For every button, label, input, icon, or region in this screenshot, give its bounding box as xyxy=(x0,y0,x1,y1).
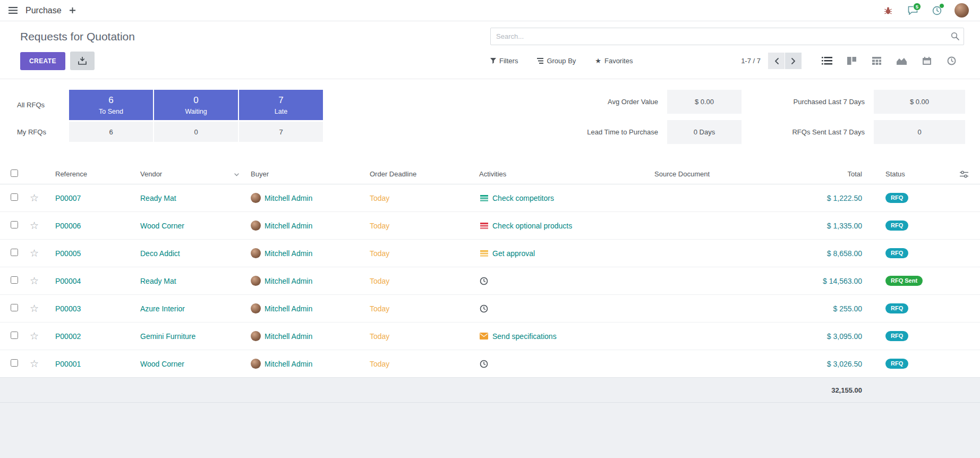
vendor-link[interactable]: Gemini Furniture xyxy=(140,332,195,341)
table-row[interactable]: ☆ P00007 Ready Mat Mitchell Admin Today … xyxy=(0,184,980,212)
favorite-star-icon[interactable]: ☆ xyxy=(30,330,39,342)
vendor-link[interactable]: Ready Mat xyxy=(140,194,176,202)
favorite-star-icon[interactable]: ☆ xyxy=(30,358,39,369)
plus-icon[interactable] xyxy=(70,7,75,13)
source-document-header[interactable]: Source Document xyxy=(650,164,783,184)
row-checkbox[interactable] xyxy=(11,249,18,256)
reference-header[interactable]: Reference xyxy=(51,164,136,184)
reference-link[interactable]: P00007 xyxy=(55,194,81,202)
table-row[interactable]: ☆ P00004 Ready Mat Mitchell Admin Today … xyxy=(0,267,980,295)
reference-link[interactable]: P00005 xyxy=(55,249,81,258)
row-checkbox[interactable] xyxy=(11,304,18,311)
vendor-link[interactable]: Wood Corner xyxy=(140,360,184,368)
clock-icon[interactable] xyxy=(479,304,489,313)
activities-clock-icon[interactable] xyxy=(927,2,947,19)
table-row[interactable]: ☆ P00003 Azure Interior Mitchell Admin T… xyxy=(0,295,980,323)
export-button[interactable] xyxy=(70,52,95,70)
row-checkbox[interactable] xyxy=(11,332,18,339)
source-document-cell xyxy=(650,323,783,350)
buyer-link[interactable]: Mitchell Admin xyxy=(265,222,312,230)
activity-label[interactable]: Send specifications xyxy=(492,332,557,341)
buyer-link[interactable]: Mitchell Admin xyxy=(265,360,312,368)
calendar-view-icon[interactable] xyxy=(914,52,939,70)
row-checkbox[interactable] xyxy=(11,221,18,228)
messages-icon[interactable]: 5 xyxy=(902,2,923,19)
table-header-row: Reference Vendor Buyer Order Deadline Ac… xyxy=(0,164,980,184)
source-document-cell xyxy=(650,267,783,295)
my-late-card[interactable]: 7 xyxy=(239,122,323,142)
buyer-link[interactable]: Mitchell Admin xyxy=(265,194,312,202)
vendor-header[interactable]: Vendor xyxy=(136,164,246,184)
tasks-icon[interactable] xyxy=(479,194,489,202)
clock-icon[interactable] xyxy=(479,277,489,285)
envelope-icon[interactable] xyxy=(479,333,489,340)
row-checkbox[interactable] xyxy=(11,193,18,201)
buyer-link[interactable]: Mitchell Admin xyxy=(265,249,312,258)
table-row[interactable]: ☆ P00006 Wood Corner Mitchell Admin Toda… xyxy=(0,212,980,240)
favorite-star-icon[interactable]: ☆ xyxy=(30,192,39,203)
status-header[interactable]: Status xyxy=(881,164,956,184)
favorites-button[interactable]: ★ Favorites xyxy=(595,57,633,65)
buyer-header[interactable]: Buyer xyxy=(246,164,365,184)
order-deadline-header[interactable]: Order Deadline xyxy=(365,164,475,184)
pivot-view-icon[interactable] xyxy=(864,52,889,70)
kanban-view-icon[interactable] xyxy=(839,52,864,70)
order-deadline-value: Today xyxy=(370,332,389,341)
favorite-star-icon[interactable]: ☆ xyxy=(30,220,39,231)
source-document-cell xyxy=(650,184,783,212)
favorite-star-icon[interactable]: ☆ xyxy=(30,248,39,259)
total-header[interactable]: Total xyxy=(783,164,881,184)
activity-label[interactable]: Get approval xyxy=(492,249,535,258)
reference-link[interactable]: P00006 xyxy=(55,222,81,230)
select-all-checkbox[interactable] xyxy=(11,169,18,177)
waiting-card[interactable]: 0 Waiting xyxy=(154,90,238,120)
search-input[interactable] xyxy=(490,28,964,45)
clock-icon[interactable] xyxy=(479,360,489,368)
search-icon[interactable] xyxy=(951,32,959,42)
sliders-icon xyxy=(960,171,976,178)
filters-button[interactable]: Filters xyxy=(490,57,518,65)
buyer-link[interactable]: Mitchell Admin xyxy=(265,277,312,285)
list-view-icon[interactable] xyxy=(814,52,839,70)
table-row[interactable]: ☆ P00002 Gemini Furniture Mitchell Admin… xyxy=(0,323,980,350)
favorite-star-icon[interactable]: ☆ xyxy=(30,275,39,286)
debug-bug-icon[interactable] xyxy=(878,2,898,19)
order-deadline-value: Today xyxy=(370,277,389,285)
user-menu[interactable] xyxy=(951,2,972,19)
tasks-icon[interactable] xyxy=(479,250,489,257)
reference-link[interactable]: P00002 xyxy=(55,332,81,341)
purchased-last-7-days-label: Purchased Last 7 Days xyxy=(751,98,865,106)
vendor-link[interactable]: Deco Addict xyxy=(140,249,180,258)
vendor-link[interactable]: Azure Interior xyxy=(140,304,185,313)
buyer-link[interactable]: Mitchell Admin xyxy=(265,304,312,313)
late-card[interactable]: 7 Late xyxy=(239,90,323,120)
row-checkbox[interactable] xyxy=(11,359,18,367)
table-row[interactable]: ☆ P00005 Deco Addict Mitchell Admin Toda… xyxy=(0,240,980,267)
activity-view-icon[interactable] xyxy=(939,52,964,70)
app-name[interactable]: Purchase xyxy=(25,6,62,15)
my-to-send-card[interactable]: 6 xyxy=(69,122,153,142)
my-waiting-card[interactable]: 0 xyxy=(154,122,238,142)
pager-next-button[interactable] xyxy=(785,53,802,69)
to-send-card[interactable]: 6 To Send xyxy=(69,90,153,120)
create-button[interactable]: CREATE xyxy=(20,52,65,70)
optional-columns-header[interactable] xyxy=(956,164,980,184)
activity-label[interactable]: Check competitors xyxy=(492,194,554,202)
buyer-link[interactable]: Mitchell Admin xyxy=(265,332,312,341)
hamburger-menu-icon[interactable] xyxy=(8,7,18,14)
vendor-link[interactable]: Ready Mat xyxy=(140,277,176,285)
activities-header[interactable]: Activities xyxy=(475,164,650,184)
reference-link[interactable]: P00004 xyxy=(55,277,81,285)
row-checkbox[interactable] xyxy=(11,276,18,284)
reference-link[interactable]: P00001 xyxy=(55,360,81,368)
table-footer-row: 32,155.00 xyxy=(0,378,980,403)
vendor-link[interactable]: Wood Corner xyxy=(140,222,184,230)
graph-view-icon[interactable] xyxy=(889,52,914,70)
reference-link[interactable]: P00003 xyxy=(55,304,81,313)
pager-previous-button[interactable] xyxy=(768,53,785,69)
tasks-icon[interactable] xyxy=(479,222,489,230)
table-row[interactable]: ☆ P00001 Wood Corner Mitchell Admin Toda… xyxy=(0,350,980,378)
favorite-star-icon[interactable]: ☆ xyxy=(30,303,39,314)
activity-label[interactable]: Check optional products xyxy=(492,222,572,230)
group-by-button[interactable]: Group By xyxy=(537,57,576,65)
